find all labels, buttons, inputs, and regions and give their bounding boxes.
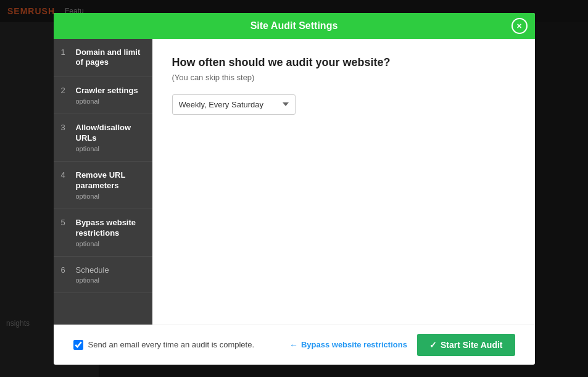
sidebar-item-label-3: Allow/disallow URLs [76,123,145,144]
sidebar-item-label-1: Domain and limit of pages [76,48,145,68]
modal-body: 1 Domain and limit of pages 2 Crawler se… [54,39,535,325]
modal-sidebar-nav: 1 Domain and limit of pages 2 Crawler se… [54,39,152,325]
back-button-label: Bypass website restrictions [301,340,407,349]
sidebar-item-content-2: Crawler settings optional [76,86,138,105]
schedule-select[interactable]: Weekly, Every Saturday Daily Weekly Mont… [172,94,296,115]
footer-actions: ← Bypass website restrictions ✓ Start Si… [289,334,515,356]
sidebar-item-remove-url[interactable]: 4 Remove URL parameters optional [54,162,152,209]
sidebar-item-num-4: 4 [61,170,70,180]
modal-main-content: How often should we audit your website? … [152,39,535,325]
sidebar-item-domain[interactable]: 1 Domain and limit of pages [54,39,152,78]
sidebar-item-bypass[interactable]: 5 Bypass website restrictions optional [54,209,152,257]
sidebar-item-content-1: Domain and limit of pages [76,48,145,68]
modal: Site Audit Settings × 1 Domain and limit… [54,13,535,365]
sidebar-item-num-1: 1 [61,48,70,57]
back-button[interactable]: ← Bypass website restrictions [289,340,407,350]
sidebar-item-sub-4: optional [76,193,145,200]
sidebar-item-crawler[interactable]: 2 Crawler settings optional [54,77,152,114]
sidebar-item-content-5: Bypass website restrictions optional [76,218,145,247]
sidebar-item-schedule[interactable]: 6 Schedule optional [54,257,152,294]
sidebar-item-content-6: Schedule optional [76,265,109,284]
modal-overlay: Site Audit Settings × 1 Domain and limit… [0,0,588,377]
sidebar-item-sub-6: optional [76,276,109,284]
skip-note: (You can skip this step) [172,73,515,82]
start-check-icon: ✓ [429,340,437,350]
sidebar-item-label-6: Schedule [76,265,109,276]
sidebar-item-sub-5: optional [76,240,145,247]
modal-footer: Send an email every time an audit is com… [54,325,535,365]
email-notification-area: Send an email every time an audit is com… [73,340,255,350]
sidebar-item-sub-2: optional [76,97,138,105]
sidebar-item-num-6: 6 [61,265,70,275]
sidebar-item-sub-3: optional [76,145,145,152]
start-audit-button[interactable]: ✓ Start Site Audit [417,334,515,356]
email-notification-checkbox[interactable] [73,340,83,350]
start-audit-label: Start Site Audit [441,340,503,350]
audit-frequency-question: How often should we audit your website? [172,56,515,69]
sidebar-item-label-2: Crawler settings [76,86,138,96]
sidebar-item-label-5: Bypass website restrictions [76,218,145,239]
sidebar-item-content-4: Remove URL parameters optional [76,170,145,200]
sidebar-item-num-2: 2 [61,86,70,95]
sidebar-item-label-4: Remove URL parameters [76,170,145,191]
sidebar-item-allow-disallow[interactable]: 3 Allow/disallow URLs optional [54,114,152,162]
modal-close-button[interactable]: × [511,18,528,34]
modal-title: Site Audit Settings [251,20,338,31]
modal-header: Site Audit Settings × [54,13,535,39]
sidebar-item-content-3: Allow/disallow URLs optional [76,123,145,152]
sidebar-item-num-5: 5 [61,218,70,227]
email-notification-label: Send an email every time an audit is com… [88,340,255,349]
back-arrow-icon: ← [289,340,298,350]
sidebar-item-num-3: 3 [61,123,70,132]
